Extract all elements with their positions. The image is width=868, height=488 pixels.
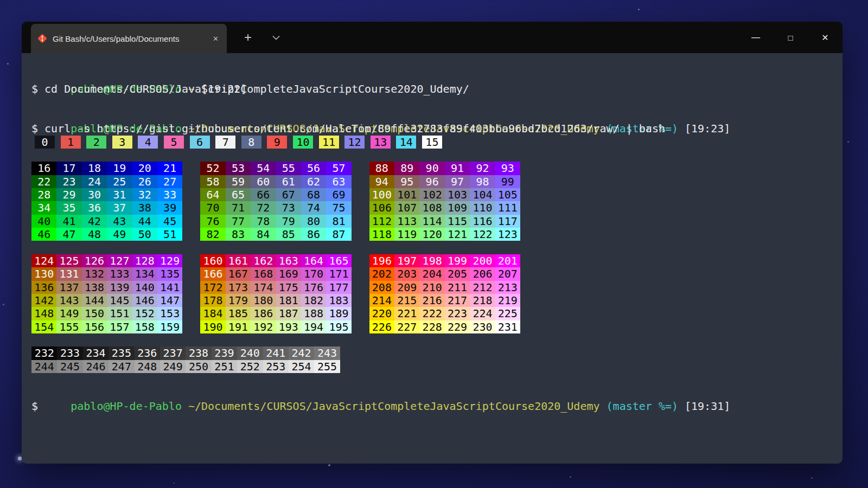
palette-cell-33: 33 [157,188,182,201]
palette-cell-42: 42 [82,215,107,228]
palette-cell-162: 162 [251,254,276,267]
palette-cell-187: 187 [276,307,301,320]
palette-cell-186: 186 [251,307,276,320]
palette-cell-220: 220 [369,307,394,320]
palette-cell-43: 43 [107,215,132,228]
palette-cell-171: 171 [326,267,351,280]
palette-cell-224: 224 [470,307,495,320]
palette-cell-134: 134 [132,267,157,280]
tab-close-icon[interactable]: ✕ [209,33,222,44]
palette-cell-165: 165 [326,254,351,267]
palette-cell-9: 9 [267,136,287,149]
maximize-button[interactable]: □ [773,22,808,53]
palette-cell-154: 154 [31,320,56,333]
palette-cell-77: 77 [226,215,251,228]
palette-cell-137: 137 [56,281,81,294]
terminal-body[interactable]: pablo@HP-de-Pablo~[19:22] $ cd Documents… [22,53,843,464]
wallpaper-star [3,304,4,305]
prompt-branch: (master %=) [607,400,678,413]
palette-cell-66: 66 [251,188,276,201]
palette-cell-121: 121 [445,228,470,241]
palette-cell-32: 32 [132,188,157,201]
palette-cell-138: 138 [82,281,107,294]
palette-cell-200: 200 [470,254,495,267]
palette-cell-205: 205 [445,267,470,280]
palette-cell-124: 124 [31,254,56,267]
palette-cell-157: 157 [107,320,132,333]
palette-cell-142: 142 [31,294,56,307]
palette-cell-72: 72 [251,201,276,214]
wallpaper-star [847,141,849,143]
palette-cell-81: 81 [326,215,351,228]
palette-cell-107: 107 [394,201,419,214]
palette-cell-123: 123 [495,228,520,241]
palette-cell-71: 71 [226,201,251,214]
palette-cell-170: 170 [301,267,326,280]
palette-cell-12: 12 [344,136,365,149]
palette-cell-89: 89 [394,162,419,175]
palette-cell-19: 19 [107,162,132,175]
palette-cell-118: 118 [369,228,394,241]
palette-cell-63: 63 [326,175,351,188]
palette-cell-93: 93 [495,162,520,175]
palette-cell-51: 51 [157,228,182,241]
palette-cell-7: 7 [215,136,235,149]
palette-cell-27: 27 [157,175,182,188]
color-cube-block-16: 1617181920212223242526272829303132333435… [31,162,182,241]
prompt-line-1: pablo@HP-de-Pablo~[19:22] [31,69,843,82]
prompt-dollar: $ [31,400,38,413]
palette-cell-183: 183 [326,294,351,307]
palette-color-cube-band-2: 1241251261271281291301311321331341351361… [31,254,843,333]
palette-cell-113: 113 [394,215,419,228]
palette-cell-40: 40 [31,215,56,228]
palette-cell-240: 240 [237,346,263,359]
palette-cell-225: 225 [495,307,520,320]
palette-cell-49: 49 [107,228,132,241]
palette-cell-100: 100 [369,188,394,201]
palette-cell-84: 84 [251,228,276,241]
blank-line [31,96,843,109]
tab-dropdown-button[interactable] [268,30,284,44]
palette-cell-95: 95 [394,175,419,188]
palette-cell-61: 61 [276,175,301,188]
palette-cell-109: 109 [445,201,470,214]
palette-cell-210: 210 [419,281,444,294]
minimize-button[interactable]: — [738,22,773,53]
palette-cell-22: 22 [31,175,56,188]
palette-cell-53: 53 [226,162,251,175]
palette-cell-102: 102 [419,188,444,201]
titlebar[interactable]: Git Bash/c/Users/pablo/Documents ✕ + — □… [22,22,843,53]
palette-cell-8: 8 [241,136,261,149]
command-text: $ curl -s https://gist.githubusercontent… [31,122,665,135]
palette-cell-120: 120 [419,228,444,241]
palette-cell-48: 48 [82,228,107,241]
palette-cell-111: 111 [495,201,520,214]
prompt-line-2: pablo@HP-de-Pablo~/Documents/CURSOS/Java… [31,109,843,122]
palette-cell-59: 59 [226,175,251,188]
palette-cell-231: 231 [495,320,520,333]
palette-cell-41: 41 [56,215,81,228]
palette-cell-90: 90 [419,162,444,175]
close-button[interactable]: ✕ [808,22,843,53]
palette-cell-131: 131 [56,267,81,280]
color-cube-block-124: 1241251261271281291301311321331341351361… [31,254,182,333]
palette-cell-135: 135 [157,267,182,280]
palette-cell-140: 140 [132,281,157,294]
terminal-tab[interactable]: Git Bash/c/Users/pablo/Documents ✕ [31,24,227,53]
palette-cell-174: 174 [251,281,276,294]
palette-cell-126: 126 [82,254,107,267]
palette-cell-78: 78 [251,215,276,228]
palette-cell-148: 148 [31,307,56,320]
palette-cell-255: 255 [314,360,340,373]
palette-cell-122: 122 [470,228,495,241]
palette-cell-85: 85 [276,228,301,241]
palette-cell-76: 76 [200,215,225,228]
new-tab-button[interactable]: + [240,31,256,44]
titlebar-drag-region[interactable] [284,22,738,53]
palette-cell-55: 55 [276,162,301,175]
palette-cell-149: 149 [56,307,81,320]
palette-cell-146: 146 [132,294,157,307]
palette-cell-108: 108 [419,201,444,214]
blank-line [31,333,843,346]
palette-cell-88: 88 [369,162,394,175]
